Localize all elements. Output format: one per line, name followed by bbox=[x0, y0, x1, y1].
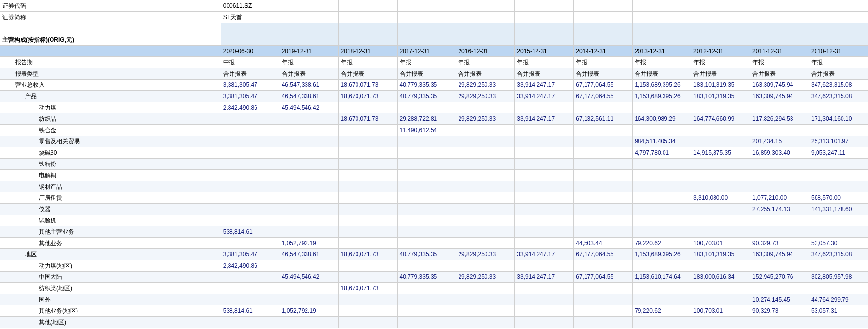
data-cell bbox=[809, 102, 868, 113]
data-cell bbox=[691, 204, 750, 215]
date-header: 2012-12-31 bbox=[691, 46, 750, 57]
data-cell: 29,829,250.33 bbox=[456, 272, 515, 283]
empty-cell bbox=[515, 0, 574, 12]
data-cell bbox=[515, 192, 574, 204]
data-cell bbox=[280, 260, 338, 272]
data-cell bbox=[691, 317, 750, 328]
spacer bbox=[397, 34, 456, 46]
date-header: 2017-12-31 bbox=[397, 46, 456, 57]
data-cell: 164,774,660.99 bbox=[691, 113, 750, 125]
data-cell: 4,797,780.01 bbox=[633, 147, 691, 159]
data-cell bbox=[691, 181, 750, 192]
data-cell: 183,101,319.35 bbox=[691, 249, 750, 260]
empty-cell bbox=[456, 0, 515, 12]
data-cell bbox=[397, 317, 456, 328]
data-cell bbox=[515, 147, 574, 159]
row-label: 中国大陆 bbox=[0, 272, 221, 283]
date-header: 2020-06-30 bbox=[221, 46, 280, 57]
data-cell: 53,057.31 bbox=[809, 305, 868, 317]
data-cell bbox=[338, 170, 397, 181]
empty-cell bbox=[515, 12, 574, 23]
row-label: 动力煤 bbox=[0, 102, 221, 113]
empty-cell bbox=[397, 0, 456, 12]
data-cell: 163,309,745.94 bbox=[750, 249, 809, 260]
data-cell bbox=[691, 226, 750, 238]
data-cell bbox=[515, 170, 574, 181]
data-cell bbox=[397, 226, 456, 238]
data-cell bbox=[280, 125, 338, 136]
data-cell: 29,829,250.33 bbox=[456, 249, 515, 260]
row-label: 零售及相关贸易 bbox=[0, 136, 221, 147]
spacer bbox=[515, 34, 574, 46]
data-cell bbox=[221, 147, 280, 159]
data-cell bbox=[633, 260, 691, 272]
data-cell: 3,310,080.00 bbox=[691, 192, 750, 204]
row-label: 纺织品 bbox=[0, 113, 221, 125]
data-cell bbox=[221, 113, 280, 125]
spacer bbox=[691, 34, 750, 46]
data-cell bbox=[691, 102, 750, 113]
data-cell: 合并报表 bbox=[633, 68, 691, 80]
data-cell bbox=[456, 215, 515, 226]
data-cell bbox=[574, 192, 633, 204]
data-cell bbox=[456, 204, 515, 215]
data-cell bbox=[338, 317, 397, 328]
data-cell bbox=[574, 159, 633, 170]
data-cell: 年报 bbox=[515, 57, 574, 68]
empty-cell bbox=[633, 0, 691, 12]
data-cell: 3,381,305.47 bbox=[221, 249, 280, 260]
data-cell bbox=[456, 317, 515, 328]
data-cell: 合并报表 bbox=[809, 68, 868, 80]
data-cell bbox=[809, 125, 868, 136]
data-cell bbox=[456, 192, 515, 204]
spacer bbox=[0, 23, 221, 34]
empty-cell bbox=[750, 12, 809, 23]
data-cell bbox=[633, 283, 691, 294]
data-cell bbox=[691, 294, 750, 305]
data-cell bbox=[456, 260, 515, 272]
data-cell bbox=[750, 102, 809, 113]
data-cell: 年报 bbox=[338, 57, 397, 68]
data-cell: 14,915,875.35 bbox=[691, 147, 750, 159]
data-cell bbox=[280, 215, 338, 226]
data-cell bbox=[397, 294, 456, 305]
empty-cell bbox=[280, 0, 338, 12]
data-cell: 25,313,101.97 bbox=[809, 136, 868, 147]
row-label: 国外 bbox=[0, 294, 221, 305]
empty-cell bbox=[338, 0, 397, 12]
spacer bbox=[750, 23, 809, 34]
spacer bbox=[221, 23, 280, 34]
data-cell bbox=[633, 102, 691, 113]
empty-cell bbox=[633, 12, 691, 23]
data-cell: 100,703.01 bbox=[691, 305, 750, 317]
data-cell bbox=[750, 181, 809, 192]
date-header: 2016-12-31 bbox=[456, 46, 515, 57]
data-cell bbox=[280, 204, 338, 215]
row-label: 其他业务(地区) bbox=[0, 305, 221, 317]
data-cell bbox=[280, 192, 338, 204]
data-cell: 年报 bbox=[691, 57, 750, 68]
data-cell: 67,177,064.55 bbox=[574, 80, 633, 91]
data-cell bbox=[574, 136, 633, 147]
data-cell: 16,859,303.40 bbox=[750, 147, 809, 159]
data-cell bbox=[633, 226, 691, 238]
data-cell: 年报 bbox=[280, 57, 338, 68]
data-cell bbox=[456, 294, 515, 305]
data-cell: 年报 bbox=[809, 57, 868, 68]
row-label: 其他主营业务 bbox=[0, 226, 221, 238]
data-cell: 40,779,335.35 bbox=[397, 249, 456, 260]
data-cell bbox=[515, 260, 574, 272]
data-cell: 合并报表 bbox=[515, 68, 574, 80]
data-cell bbox=[221, 215, 280, 226]
data-cell bbox=[338, 294, 397, 305]
data-cell: 年报 bbox=[574, 57, 633, 68]
row-label: 营业总收入 bbox=[0, 80, 221, 91]
data-cell bbox=[338, 102, 397, 113]
data-cell bbox=[633, 294, 691, 305]
row-label: 地区 bbox=[0, 249, 221, 260]
data-cell: 46,547,338.61 bbox=[280, 249, 338, 260]
data-cell bbox=[515, 159, 574, 170]
security-name-value: ST天首 bbox=[221, 12, 280, 23]
data-cell: 合并报表 bbox=[691, 68, 750, 80]
date-header: 2014-12-31 bbox=[574, 46, 633, 57]
